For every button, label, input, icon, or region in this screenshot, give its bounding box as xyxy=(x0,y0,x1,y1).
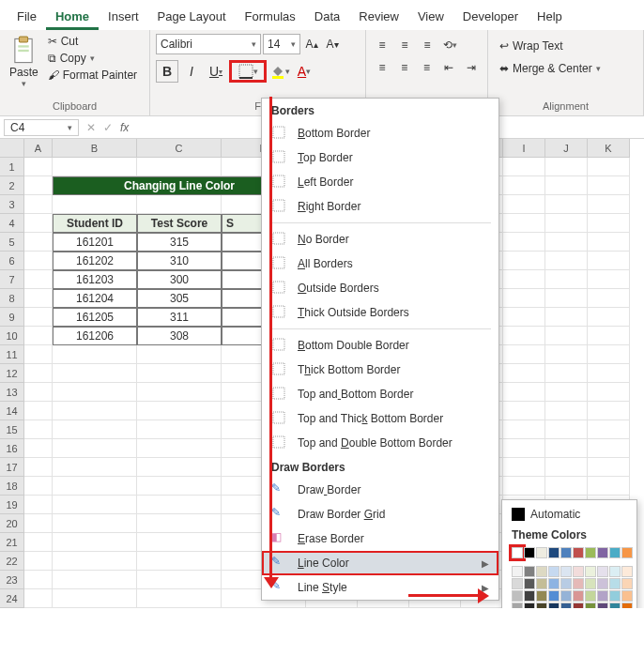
cell[interactable] xyxy=(545,383,588,402)
cell[interactable] xyxy=(24,252,53,270)
select-all-corner[interactable] xyxy=(0,139,24,158)
cell[interactable] xyxy=(137,383,222,402)
cell[interactable] xyxy=(24,533,53,552)
cell[interactable] xyxy=(24,458,53,477)
cell[interactable] xyxy=(545,345,588,364)
cell[interactable] xyxy=(137,571,222,589)
row-header[interactable]: 5 xyxy=(0,233,24,252)
cell[interactable] xyxy=(137,458,222,477)
increase-indent-button[interactable]: ⇥ xyxy=(461,58,482,77)
cell[interactable] xyxy=(503,176,545,195)
cut-button[interactable]: ✂Cut xyxy=(46,34,139,49)
cell[interactable] xyxy=(53,420,137,439)
cell[interactable] xyxy=(24,496,53,514)
data-cell[interactable]: 161203 xyxy=(53,270,137,289)
cell[interactable] xyxy=(503,439,545,458)
data-cell[interactable]: 161205 xyxy=(53,308,137,327)
cell[interactable] xyxy=(503,195,545,214)
row-header[interactable]: 16 xyxy=(0,439,24,458)
row-header[interactable]: 11 xyxy=(0,345,24,364)
cell[interactable] xyxy=(53,589,137,608)
menu-data[interactable]: Data xyxy=(305,4,349,30)
cell[interactable] xyxy=(53,496,137,514)
border-menu-item[interactable]: ✎Draw Border xyxy=(262,478,498,502)
cell[interactable] xyxy=(24,345,53,364)
color-swatch[interactable] xyxy=(548,590,560,602)
cell[interactable] xyxy=(545,233,588,252)
cell[interactable] xyxy=(137,420,222,439)
color-swatch[interactable] xyxy=(548,578,560,589)
color-swatch[interactable] xyxy=(536,547,547,558)
cell[interactable] xyxy=(503,420,545,439)
row-header[interactable]: 12 xyxy=(0,364,24,383)
color-swatch[interactable] xyxy=(512,578,523,589)
cell[interactable] xyxy=(53,402,137,420)
col-header[interactable]: B xyxy=(53,139,137,158)
row-header[interactable]: 21 xyxy=(0,533,24,552)
font-color-button[interactable]: A▾ xyxy=(293,60,315,83)
data-cell[interactable]: 315 xyxy=(137,233,222,252)
cell[interactable] xyxy=(24,308,53,327)
cell[interactable] xyxy=(137,345,222,364)
color-swatch[interactable] xyxy=(585,603,596,608)
cell[interactable] xyxy=(503,233,545,252)
color-swatch[interactable] xyxy=(585,590,596,602)
cell[interactable] xyxy=(137,496,222,514)
cell[interactable] xyxy=(503,327,545,345)
cell[interactable] xyxy=(24,364,53,383)
border-menu-item[interactable]: Top Border xyxy=(262,145,498,170)
wrap-text-button[interactable]: ↩Wrap Text xyxy=(498,38,634,54)
cell[interactable] xyxy=(24,176,53,195)
col-header[interactable]: J xyxy=(545,139,588,158)
cell[interactable] xyxy=(137,195,222,214)
col-header[interactable]: A xyxy=(24,139,53,158)
fill-color-button[interactable]: ▾ xyxy=(268,60,291,83)
color-swatch[interactable] xyxy=(573,547,584,558)
border-menu-item[interactable]: Top and Double Bottom Border xyxy=(262,431,498,455)
italic-button[interactable]: I xyxy=(180,60,203,83)
cell[interactable] xyxy=(53,514,137,533)
color-swatch[interactable] xyxy=(536,578,547,589)
cell[interactable] xyxy=(545,420,588,439)
fx-icon[interactable]: fx xyxy=(120,121,129,134)
row-header[interactable]: 14 xyxy=(0,402,24,420)
border-menu-item[interactable]: Outside Borders xyxy=(262,276,498,300)
menu-help[interactable]: Help xyxy=(528,4,572,30)
color-swatch[interactable] xyxy=(597,590,608,602)
increase-font-icon[interactable]: A▴ xyxy=(302,35,321,53)
color-swatch[interactable] xyxy=(560,590,572,602)
cell[interactable] xyxy=(588,345,630,364)
cell[interactable] xyxy=(24,402,53,420)
row-header[interactable]: 1 xyxy=(0,158,24,176)
data-cell[interactable]: 161204 xyxy=(53,289,137,308)
cell[interactable] xyxy=(588,158,630,176)
cell[interactable] xyxy=(24,289,53,308)
color-swatch[interactable] xyxy=(609,547,621,558)
border-menu-item[interactable]: Right Border xyxy=(262,194,498,219)
cell[interactable] xyxy=(24,195,53,214)
menu-file[interactable]: File xyxy=(8,4,46,30)
color-swatch[interactable] xyxy=(536,590,547,602)
color-swatch[interactable] xyxy=(512,547,523,558)
cell[interactable] xyxy=(24,552,53,571)
menu-home[interactable]: Home xyxy=(46,4,99,30)
menu-review[interactable]: Review xyxy=(349,4,408,30)
row-header[interactable]: 3 xyxy=(0,195,24,214)
paste-button[interactable]: Paste▾ xyxy=(6,34,42,90)
cell[interactable] xyxy=(137,552,222,571)
cell[interactable] xyxy=(137,402,222,420)
cell[interactable] xyxy=(24,383,53,402)
color-swatch[interactable] xyxy=(524,566,535,577)
cell[interactable] xyxy=(545,252,588,270)
border-menu-item[interactable]: Top and Bottom Border xyxy=(262,382,498,406)
cell[interactable] xyxy=(24,327,53,345)
header-student-id[interactable]: Student ID xyxy=(53,214,137,233)
cell[interactable] xyxy=(588,176,630,195)
color-swatch[interactable] xyxy=(524,547,535,558)
row-header[interactable]: 19 xyxy=(0,496,24,514)
color-swatch[interactable] xyxy=(548,603,560,608)
border-menu-item[interactable]: ✎Draw Border Grid xyxy=(262,502,498,526)
cell[interactable] xyxy=(53,533,137,552)
menu-developer[interactable]: Developer xyxy=(453,4,528,30)
color-swatch[interactable] xyxy=(560,603,572,608)
